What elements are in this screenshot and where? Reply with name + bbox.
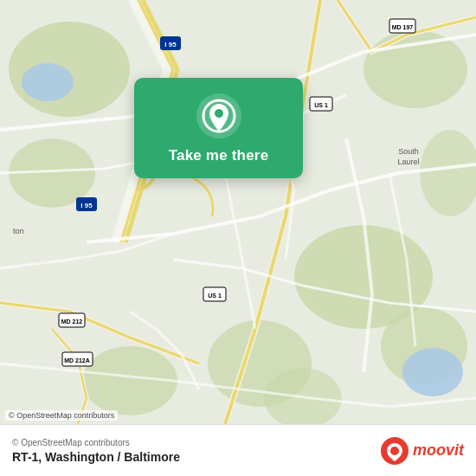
svg-text:South: South	[398, 147, 419, 156]
map-attribution: © OpenStreetMap contributors	[5, 410, 118, 421]
location-pin-icon	[196, 93, 241, 138]
svg-text:ton: ton	[13, 227, 24, 235]
svg-point-1	[9, 22, 130, 117]
svg-text:MD 212A: MD 212A	[64, 357, 90, 363]
svg-point-10	[22, 63, 74, 101]
moovit-text: moovit	[413, 441, 464, 460]
svg-point-3	[363, 30, 467, 108]
take-me-there-label: Take me there	[169, 147, 269, 164]
svg-point-33	[390, 447, 399, 455]
svg-text:US 1: US 1	[208, 293, 222, 299]
moovit-logo[interactable]: moovit	[381, 437, 464, 465]
copyright-text: © OpenStreetMap contributors	[12, 438, 180, 447]
svg-text:I 95: I 95	[164, 41, 177, 48]
svg-point-11	[402, 348, 463, 396]
map-area: I 95 I 95 US 1 US 1 MD 197 MD 212 MD 212…	[0, 0, 476, 424]
popup-card[interactable]: Take me there	[134, 78, 303, 178]
bottom-left: © OpenStreetMap contributors RT-1, Washi…	[12, 438, 180, 464]
svg-text:MD 212: MD 212	[61, 318, 83, 325]
svg-text:I 95: I 95	[80, 202, 93, 209]
map-svg: I 95 I 95 US 1 US 1 MD 197 MD 212 MD 212…	[0, 0, 476, 424]
svg-text:US 1: US 1	[314, 102, 328, 108]
bottom-bar: © OpenStreetMap contributors RT-1, Washi…	[0, 424, 476, 476]
moovit-icon	[381, 437, 408, 465]
route-label: RT-1, Washington / Baltimore	[12, 450, 180, 464]
svg-text:MD 197: MD 197	[392, 24, 414, 30]
svg-text:Laurel: Laurel	[397, 158, 419, 166]
svg-point-31	[215, 109, 223, 118]
